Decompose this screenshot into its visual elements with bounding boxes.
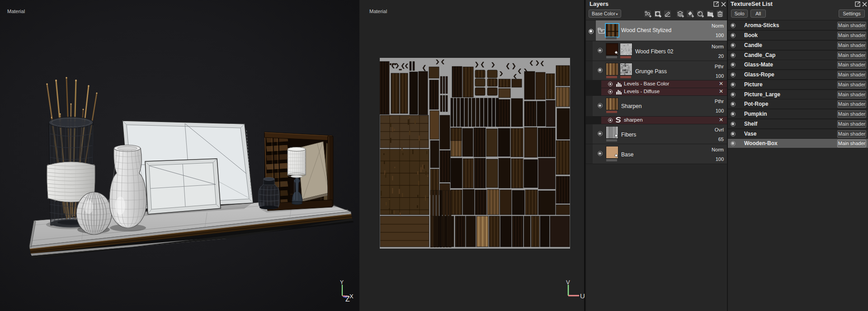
- svg-text:X: X: [349, 293, 354, 300]
- svg-text:U: U: [580, 292, 585, 300]
- svg-text:V: V: [566, 279, 570, 286]
- svg-text:Y: Y: [340, 279, 344, 286]
